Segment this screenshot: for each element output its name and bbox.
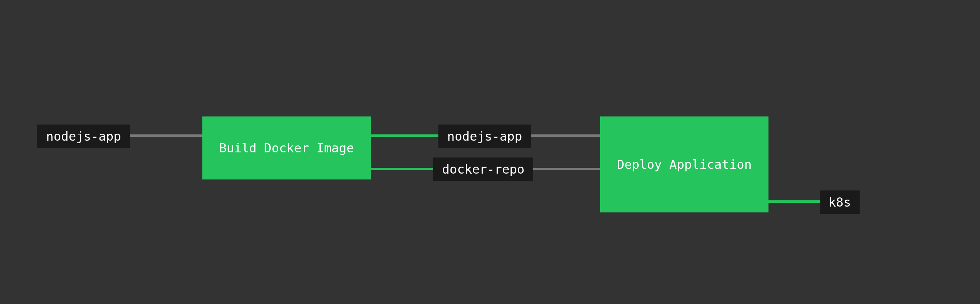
artifact-label: nodejs-app bbox=[447, 129, 522, 144]
artifact-input-nodejs-app[interactable]: nodejs-app bbox=[37, 125, 130, 148]
connector-deploy-to-k8s bbox=[761, 200, 823, 203]
stage-label: Build Docker Image bbox=[219, 141, 354, 155]
artifact-built-nodejs-app[interactable]: nodejs-app bbox=[438, 125, 531, 148]
connector-build-to-docker-repo bbox=[370, 168, 443, 170]
artifact-label: docker-repo bbox=[442, 162, 524, 176]
connector-docker-repo-to-deploy bbox=[531, 168, 604, 170]
stage-label: Deploy Application bbox=[617, 157, 752, 172]
stage-deploy-application[interactable]: Deploy Application bbox=[600, 117, 768, 213]
artifact-label: k8s bbox=[829, 195, 851, 210]
artifact-k8s[interactable]: k8s bbox=[820, 190, 860, 214]
stage-build-docker-image[interactable]: Build Docker Image bbox=[202, 117, 371, 179]
connector-build-to-built-app bbox=[370, 134, 443, 137]
artifact-label: nodejs-app bbox=[46, 129, 121, 144]
artifact-docker-repo[interactable]: docker-repo bbox=[433, 157, 533, 181]
